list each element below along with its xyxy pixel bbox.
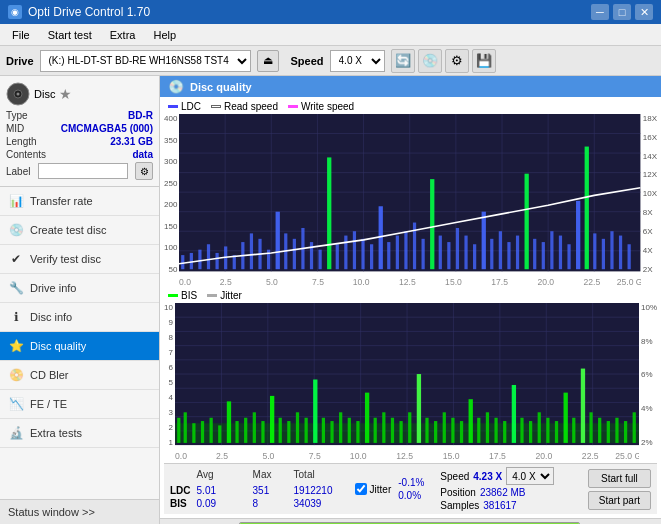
svg-rect-119 [304, 417, 307, 442]
disc-contents-field: Contents data [6, 149, 153, 160]
disc-label-input[interactable] [38, 163, 128, 179]
save-button[interactable]: 💾 [472, 49, 496, 73]
svg-rect-49 [430, 179, 434, 269]
menu-help[interactable]: Help [145, 27, 184, 43]
refresh-button[interactable]: 🔄 [391, 49, 415, 73]
disc-label-label: Label [6, 166, 30, 177]
verify-test-disc-icon: ✔ [8, 251, 24, 267]
svg-rect-28 [250, 233, 253, 269]
bis-chart-section: BIS Jitter 10987654321 [164, 290, 657, 461]
stats-col-max: Max 351 8 [253, 469, 288, 509]
sidebar-item-create-test-disc[interactable]: 💿 Create test disc [0, 216, 159, 245]
ldc-chart-section: LDC Read speed Write speed 4003503002502… [164, 101, 657, 288]
stats-header-max: Max [253, 469, 288, 483]
sidebar-item-disc-quality[interactable]: ⭐ Disc quality [0, 332, 159, 361]
svg-text:22.5: 22.5 [582, 451, 599, 461]
svg-rect-127 [373, 417, 376, 442]
disc-type-field: Type BD-R [6, 110, 153, 121]
minimize-button[interactable]: ─ [591, 4, 609, 20]
svg-rect-42 [370, 244, 373, 269]
svg-rect-112 [244, 417, 247, 442]
speed-label: Speed [291, 55, 324, 67]
svg-rect-116 [279, 417, 282, 442]
svg-text:2.5: 2.5 [220, 277, 232, 287]
ldc-y-axis-right: 18X16X14X12X10X8X6X4X2X [641, 114, 657, 288]
content-area: 💿 Disc quality LDC Read speed [160, 76, 661, 524]
sidebar-item-fe-te[interactable]: 📉 FE / TE [0, 390, 159, 419]
app-icon: ◉ [8, 5, 22, 19]
sidebar-item-transfer-rate[interactable]: 📊 Transfer rate [0, 187, 159, 216]
svg-rect-142 [503, 421, 506, 443]
svg-rect-147 [546, 417, 549, 442]
sidebar-item-disc-info[interactable]: ℹ Disc info [0, 303, 159, 332]
sidebar-item-cd-bler[interactable]: 📀 CD Bler [0, 361, 159, 390]
settings-button[interactable]: ⚙ [445, 49, 469, 73]
svg-rect-40 [353, 231, 356, 269]
start-part-button[interactable]: Start part [588, 491, 651, 510]
stats-total-ldc: 1912210 [294, 485, 339, 496]
svg-rect-38 [336, 244, 339, 269]
speed-info-select[interactable]: 4.0 X [506, 467, 554, 485]
maximize-button[interactable]: □ [613, 4, 631, 20]
menu-file[interactable]: File [4, 27, 38, 43]
svg-rect-71 [619, 236, 622, 270]
drive-select[interactable]: (K:) HL-DT-ST BD-RE WH16NS58 TST4 [40, 50, 251, 72]
burn-button[interactable]: 💿 [418, 49, 442, 73]
svg-rect-31 [276, 212, 280, 270]
legend-writespeed: Write speed [288, 101, 354, 112]
jitter-checkbox[interactable] [355, 483, 367, 495]
disc-star-icon: ★ [59, 86, 72, 102]
start-full-button[interactable]: Start full [588, 469, 651, 488]
titlebar-controls: ─ □ ✕ [591, 4, 653, 20]
svg-rect-115 [270, 396, 274, 443]
ldc-chart-svg: 0.0 2.5 5.0 7.5 10.0 12.5 15.0 17.5 20.0… [179, 114, 640, 288]
svg-text:0.0: 0.0 [179, 277, 191, 287]
svg-rect-133 [425, 417, 428, 442]
speed-select[interactable]: 4.0 X [330, 50, 385, 72]
disc-length-field: Length 23.31 GB [6, 136, 153, 147]
svg-text:10.0: 10.0 [353, 277, 370, 287]
svg-rect-64 [559, 236, 562, 270]
sidebar-item-drive-info[interactable]: 🔧 Drive info [0, 274, 159, 303]
svg-rect-33 [293, 239, 296, 269]
sidebar-item-label: Create test disc [30, 224, 106, 236]
svg-rect-109 [218, 425, 221, 442]
extra-tests-icon: 🔬 [8, 425, 24, 441]
disc-info-icon: ℹ [8, 309, 24, 325]
sidebar: Disc ★ Type BD-R MID CMCMAGBA5 (000) Len… [0, 76, 160, 524]
sidebar-item-label: Disc quality [30, 340, 86, 352]
eject-button[interactable]: ⏏ [257, 50, 279, 72]
sidebar-item-verify-test-disc[interactable]: ✔ Verify test disc [0, 245, 159, 274]
svg-rect-56 [491, 239, 494, 269]
svg-rect-66 [576, 201, 580, 269]
svg-rect-150 [572, 417, 575, 442]
menu-starttest[interactable]: Start test [40, 27, 100, 43]
svg-text:25.0 GB: 25.0 GB [617, 277, 641, 287]
sidebar-item-extra-tests[interactable]: 🔬 Extra tests [0, 419, 159, 448]
app-title: Opti Drive Control 1.70 [28, 5, 150, 19]
disc-icon [6, 82, 30, 106]
svg-rect-153 [598, 417, 601, 442]
svg-rect-44 [388, 242, 391, 269]
svg-rect-24 [216, 253, 219, 269]
svg-point-2 [17, 93, 20, 96]
svg-rect-114 [261, 421, 264, 443]
status-window-button[interactable]: Status window >> [0, 499, 159, 524]
svg-rect-41 [362, 239, 365, 269]
svg-rect-53 [465, 236, 468, 270]
jitter-legend-color [207, 294, 217, 297]
menu-extra[interactable]: Extra [102, 27, 144, 43]
close-button[interactable]: ✕ [635, 4, 653, 20]
svg-rect-117 [287, 421, 290, 443]
stats-label-bis: BIS [170, 498, 191, 509]
svg-text:12.5: 12.5 [396, 451, 413, 461]
ldc-legend: LDC Read speed Write speed [168, 101, 657, 112]
disc-label-button[interactable]: ⚙ [135, 162, 153, 180]
svg-text:12.5: 12.5 [399, 277, 416, 287]
svg-rect-151 [581, 368, 585, 442]
svg-rect-156 [624, 421, 627, 443]
sidebar-item-label: FE / TE [30, 398, 67, 410]
bis-y-axis-left: 10987654321 [164, 303, 175, 461]
svg-rect-106 [192, 423, 195, 443]
stats-max-ldc: 351 [253, 485, 288, 496]
